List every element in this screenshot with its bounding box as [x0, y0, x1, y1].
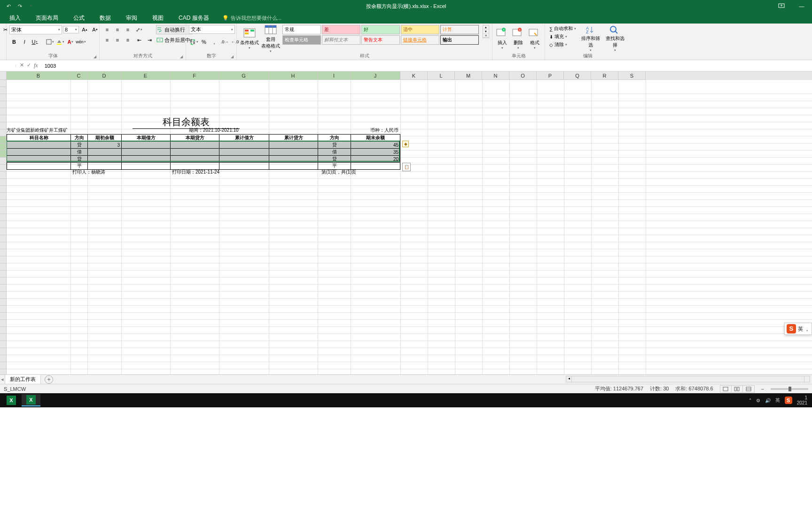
style-explanatory[interactable]: 解释性文本: [322, 35, 360, 45]
accounting-format-button[interactable]: 💱▾: [189, 37, 198, 47]
name-box[interactable]: [0, 65, 16, 67]
zoom-out-button[interactable]: −: [761, 386, 764, 392]
tray-clock[interactable]: 12021: [797, 395, 807, 405]
font-dialog-launcher[interactable]: ◢: [93, 55, 97, 59]
row-header[interactable]: [0, 341, 7, 348]
col-header-L[interactable]: L: [428, 71, 455, 80]
row-header[interactable]: [0, 129, 7, 136]
row-header[interactable]: [0, 270, 7, 278]
format-cells-button[interactable]: 格式▾: [528, 25, 542, 52]
style-good[interactable]: 好: [361, 25, 400, 34]
tab-review[interactable]: 审阅: [121, 12, 142, 24]
font-name-combo[interactable]: 宋体▾: [9, 25, 62, 34]
sheet-tab-active[interactable]: 新的工作表: [5, 374, 41, 384]
row-header[interactable]: [0, 292, 7, 299]
formula-input[interactable]: [42, 62, 812, 70]
col-header-Q[interactable]: Q: [564, 71, 591, 80]
increase-decimal-button[interactable]: .0→: [220, 37, 229, 47]
alignment-dialog-launcher[interactable]: ◢: [179, 55, 184, 59]
italic-button[interactable]: I: [20, 37, 29, 47]
page-break-view-button[interactable]: [743, 386, 754, 392]
row-headers[interactable]: [0, 80, 7, 374]
style-warning[interactable]: 警告文本: [361, 35, 400, 45]
row-header[interactable]: [0, 327, 7, 334]
row-header[interactable]: [0, 101, 7, 108]
style-bad[interactable]: 差: [322, 25, 360, 34]
orientation-button[interactable]: ⤢▾: [134, 25, 144, 34]
balance-table[interactable]: 科目名称 方向 期初余额 本期借方 本期贷方 累计借方 累计贷方 方向 期末余额…: [7, 134, 400, 170]
fill-button[interactable]: ⬇填充▾: [548, 33, 578, 40]
row-header[interactable]: [0, 200, 7, 207]
row-header[interactable]: [0, 151, 7, 158]
fx-icon[interactable]: fx: [34, 62, 38, 69]
taskbar-excel-2[interactable]: X: [22, 394, 40, 406]
normal-view-button[interactable]: [720, 386, 732, 392]
bold-button[interactable]: B: [9, 37, 19, 47]
ribbon-display-button[interactable]: [778, 3, 788, 9]
enter-icon[interactable]: ✓: [27, 62, 31, 69]
col-header-J[interactable]: J: [351, 71, 400, 80]
wifi-icon[interactable]: ⚙: [756, 398, 760, 403]
row-header[interactable]: [0, 306, 7, 313]
row-header[interactable]: [0, 80, 7, 87]
col-header-D[interactable]: D: [87, 71, 121, 80]
style-normal[interactable]: 常规: [282, 25, 321, 34]
styles-scroll[interactable]: ▴▾≡: [483, 25, 489, 38]
conditional-formatting-button[interactable]: 条件格式▾: [240, 25, 259, 52]
increase-indent-button[interactable]: ⇥: [145, 35, 154, 45]
qat-customize[interactable]: ▾: [27, 2, 35, 10]
col-header-I[interactable]: I: [318, 71, 351, 80]
ime-floating-bar[interactable]: S 英 ，: [784, 323, 812, 335]
col-header-B[interactable]: B: [7, 71, 70, 80]
taskbar-excel-1[interactable]: X: [2, 394, 21, 406]
row-header[interactable]: [0, 94, 7, 101]
font-size-combo[interactable]: 8▾: [63, 26, 79, 33]
tab-data[interactable]: 数据: [95, 12, 116, 24]
col-header-P[interactable]: P: [537, 71, 564, 80]
sort-filter-button[interactable]: AZ排序和筛选▾: [579, 25, 602, 52]
tab-formulas[interactable]: 公式: [69, 12, 89, 24]
font-color-button[interactable]: A▾: [66, 37, 75, 47]
sheet-nav-prev[interactable]: ◂: [0, 376, 5, 382]
row-header[interactable]: [0, 87, 7, 94]
align-right-button[interactable]: ≡: [123, 35, 133, 45]
row-header[interactable]: [0, 313, 7, 320]
col-header-C[interactable]: C: [70, 71, 87, 80]
row-header[interactable]: [0, 179, 7, 186]
col-header-E[interactable]: E: [121, 71, 170, 80]
col-header-O[interactable]: O: [509, 71, 537, 80]
style-output[interactable]: 输出: [440, 35, 479, 45]
number-format-combo[interactable]: 文本▾: [189, 25, 235, 34]
align-middle-button[interactable]: ≡: [113, 25, 122, 34]
row-header[interactable]: [0, 115, 7, 122]
cell-styles-gallery[interactable]: 常规 差 好 适中 计算 检查单元格 解释性文本 警告文本 链接单元格 输出: [282, 25, 481, 45]
insert-cells-button[interactable]: +插入▾: [495, 25, 509, 52]
cancel-icon[interactable]: ✕: [20, 62, 24, 69]
ime-indicator[interactable]: 英: [775, 397, 780, 404]
column-headers[interactable]: BCDEFGHIJKLMNOPQRS: [7, 71, 812, 80]
tell-me-search[interactable]: 💡 告诉我您想要做什么...: [222, 15, 281, 22]
delete-cells-button[interactable]: ×删除▾: [511, 25, 525, 52]
col-header-F[interactable]: F: [170, 71, 219, 80]
row-header[interactable]: [0, 193, 7, 200]
style-check[interactable]: 检查单元格: [282, 35, 321, 45]
shrink-font-button[interactable]: A▾: [90, 25, 100, 34]
align-top-button[interactable]: ≡: [102, 25, 112, 34]
grow-font-button[interactable]: A▴: [80, 25, 89, 34]
row-header[interactable]: [0, 369, 7, 374]
row-header[interactable]: [0, 235, 7, 242]
col-header-M[interactable]: M: [455, 71, 482, 80]
tab-cad[interactable]: CAD 服务器: [174, 12, 214, 24]
row-header[interactable]: [0, 320, 7, 327]
select-all-triangle[interactable]: [0, 71, 7, 80]
col-header-K[interactable]: K: [400, 71, 428, 80]
comma-style-button[interactable]: ,: [210, 37, 219, 47]
redo-button[interactable]: ↷: [16, 2, 23, 10]
autosum-button[interactable]: ∑自动求和▾: [548, 25, 578, 32]
style-neutral[interactable]: 适中: [401, 25, 439, 34]
col-header-H[interactable]: H: [269, 71, 318, 80]
row-header[interactable]: [0, 348, 7, 355]
row-header[interactable]: [0, 207, 7, 214]
row-header[interactable]: [0, 256, 7, 263]
col-header-R[interactable]: R: [591, 71, 618, 80]
